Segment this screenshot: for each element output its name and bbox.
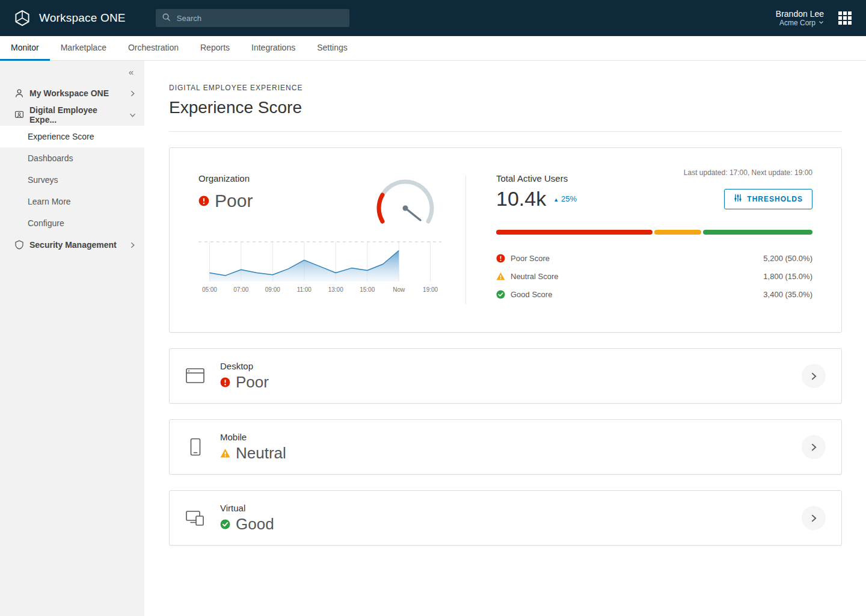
device-label: Virtual: [220, 503, 274, 513]
organization-score: Poor: [215, 191, 253, 211]
device-label: Desktop: [220, 361, 269, 371]
chevron-right-icon: [810, 372, 818, 380]
total-active-users-value: 10.4k: [496, 187, 546, 211]
device-score-value: Good: [236, 515, 274, 534]
svg-text:05:00: 05:00: [202, 286, 217, 293]
error-icon: [198, 196, 209, 206]
page-title: Experience Score: [169, 98, 842, 117]
thresholds-label: THRESHOLDS: [747, 195, 803, 203]
breadcrumb: DIGITAL EMPLOYEE EXPERIENCE: [169, 84, 842, 92]
legend-value: 3,400 (35.0%): [763, 290, 812, 299]
employee-experience-icon: [14, 110, 24, 120]
tab-marketplace[interactable]: Marketplace: [50, 36, 117, 61]
svg-text:19:00: 19:00: [423, 286, 438, 293]
sidebar-subitem-dashboards[interactable]: Dashboards: [0, 147, 144, 169]
chevron-right-icon: [129, 242, 136, 248]
search-icon: [162, 13, 171, 24]
sidebar-item-label: My Workspace ONE: [29, 88, 109, 98]
total-active-users-label: Total Active Users: [496, 173, 568, 183]
svg-text:15:00: 15:00: [360, 286, 375, 293]
svg-text:13:00: 13:00: [328, 286, 343, 293]
error-icon: [496, 254, 505, 263]
org-name: Acme Corp: [779, 19, 815, 27]
desktop-score-card[interactable]: Desktop Poor: [169, 348, 842, 404]
workspace-one-logo-icon: [13, 9, 31, 27]
sidebar-subitem-surveys[interactable]: Surveys: [0, 169, 144, 191]
last-updated-text: Last updated: 17:00, Next update: 19:00: [684, 168, 812, 177]
virtual-score-card[interactable]: Virtual Good: [169, 490, 842, 546]
mobile-score-card[interactable]: Mobile Neutral: [169, 419, 842, 475]
svg-text:07:00: 07:00: [233, 286, 248, 293]
device-label: Mobile: [220, 432, 286, 442]
search-input[interactable]: [176, 13, 343, 23]
trend-value: 25%: [561, 194, 577, 203]
virtual-detail-button[interactable]: [802, 506, 826, 530]
device-score-value: Neutral: [236, 444, 286, 463]
trend-indicator: 25%: [553, 194, 577, 203]
sidebar: My Workspace ONE Digital Employee Expe..…: [0, 61, 144, 616]
tab-reports[interactable]: Reports: [189, 36, 241, 61]
sliders-icon: [734, 194, 742, 204]
shield-icon: [14, 240, 24, 250]
app-grid-icon[interactable]: [837, 10, 853, 26]
title-divider: [169, 131, 842, 132]
sidebar-subitem-learn-more[interactable]: Learn More: [0, 191, 144, 212]
chevron-right-icon: [810, 443, 818, 451]
user-menu[interactable]: Brandon Lee Acme Corp: [776, 9, 824, 27]
legend-value: 1,800 (15.0%): [763, 272, 812, 281]
legend-label: Poor Score: [511, 254, 550, 263]
desktop-detail-button[interactable]: [802, 364, 826, 388]
distribution-segment: [654, 230, 701, 235]
user-name: Brandon Lee: [776, 9, 824, 19]
score-gauge: [366, 170, 445, 226]
mobile-icon: [185, 438, 206, 456]
sidebar-item-security-management[interactable]: Security Management: [0, 234, 144, 256]
sidebar-item-my-workspace-one[interactable]: My Workspace ONE: [0, 82, 144, 104]
primary-tabs: Monitor Marketplace Orchestration Report…: [0, 36, 866, 61]
organization-label: Organization: [198, 173, 253, 183]
main-content: DIGITAL EMPLOYEE EXPERIENCE Experience S…: [144, 61, 866, 616]
chevron-down-icon: [818, 19, 824, 27]
sidebar-subitem-configure[interactable]: Configure: [0, 212, 144, 234]
brand: Workspace ONE: [13, 9, 126, 27]
legend-row-poor: Poor Score 5,200 (50.0%): [496, 249, 812, 267]
tab-integrations[interactable]: Integrations: [241, 36, 306, 61]
chevron-down-icon: [129, 112, 136, 119]
chevron-right-icon: [129, 90, 136, 97]
sidebar-subitem-experience-score[interactable]: Experience Score: [0, 126, 144, 147]
tab-orchestration[interactable]: Orchestration: [117, 36, 189, 61]
desktop-icon: [185, 367, 206, 385]
legend-row-good: Good Score 3,400 (35.0%): [496, 285, 812, 303]
svg-text:11:00: 11:00: [297, 286, 312, 293]
sidebar-item-label: Security Management: [29, 240, 117, 250]
distribution-segment: [496, 230, 653, 235]
sidebar-item-label: Digital Employee Expe...: [29, 105, 118, 125]
error-icon: [220, 377, 230, 387]
global-search[interactable]: [156, 9, 349, 27]
experience-trend-chart: 05:0007:0009:0011:0013:0015:00Now19:00: [198, 236, 441, 295]
tab-monitor[interactable]: Monitor: [0, 36, 50, 61]
user-icon: [14, 88, 24, 98]
legend-row-neutral: Neutral Score 1,800 (15.0%): [496, 267, 812, 285]
svg-text:Now: Now: [393, 286, 405, 293]
top-bar: Workspace ONE Brandon Lee Acme Corp: [0, 0, 866, 36]
virtual-devices-icon: [185, 509, 206, 527]
legend-label: Good Score: [511, 290, 552, 299]
score-distribution-bar: [496, 230, 812, 235]
chevron-right-icon: [810, 514, 818, 522]
organization-score-card: Organization Poor: [169, 147, 842, 333]
mobile-detail-button[interactable]: [802, 435, 826, 459]
legend-label: Neutral Score: [511, 272, 558, 281]
device-score-value: Poor: [236, 373, 269, 392]
warning-icon: [496, 272, 505, 281]
sidebar-collapse-button[interactable]: [129, 67, 134, 76]
trend-up-icon: [553, 194, 559, 203]
success-icon: [220, 519, 230, 529]
warning-icon: [220, 448, 230, 458]
success-icon: [496, 290, 505, 299]
thresholds-button[interactable]: THRESHOLDS: [724, 189, 812, 209]
svg-text:09:00: 09:00: [265, 286, 280, 293]
sidebar-item-digital-employee-experience[interactable]: Digital Employee Expe...: [0, 104, 144, 126]
legend-value: 5,200 (50.0%): [763, 254, 812, 263]
tab-settings[interactable]: Settings: [306, 36, 358, 61]
